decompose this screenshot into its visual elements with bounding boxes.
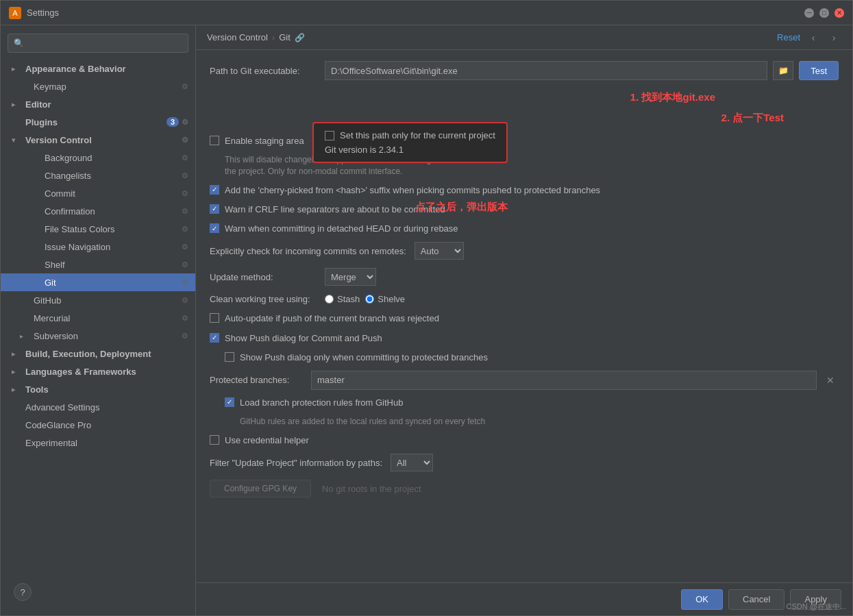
search-box[interactable]: 🔍 — [8, 34, 188, 53]
crlf-label: Warn if CRLF line separators are about t… — [225, 204, 445, 216]
settings-icon-background: ⚙ — [182, 153, 188, 162]
sidebar-item-codeglance[interactable]: CodeGlance Pro — [1, 416, 195, 434]
sidebar-label-github: GitHub — [34, 295, 182, 306]
sidebar-label-plugins: Plugins — [25, 117, 166, 127]
sidebar-item-background[interactable]: Background⚙ — [1, 149, 195, 167]
protected-input[interactable] — [311, 371, 817, 390]
enable-staging-checkbox[interactable] — [210, 136, 219, 145]
test-button[interactable]: Test — [799, 61, 839, 80]
incoming-select[interactable]: Auto Always Never — [415, 242, 464, 260]
version-popup: Set this path only for the current proje… — [312, 122, 508, 163]
stash-radio-label[interactable]: Stash — [325, 294, 360, 304]
sidebar-nav: ▸Appearance & BehaviorKeymap⚙▸EditorPlug… — [1, 60, 195, 452]
badge-plugins: 3 — [166, 117, 179, 127]
minimize-button[interactable]: ─ — [804, 8, 814, 18]
sidebar: 🔍 ▸Appearance & BehaviorKeymap⚙▸EditorPl… — [1, 25, 196, 615]
load-protection-checkbox[interactable] — [225, 397, 234, 407]
sidebar-item-confirmation[interactable]: Confirmation⚙ — [1, 202, 195, 220]
settings-icon-changelists: ⚙ — [182, 171, 188, 180]
search-input[interactable] — [28, 38, 182, 49]
filter-label: Filter "Update Project" information by p… — [210, 458, 382, 468]
filter-select[interactable]: All None — [391, 454, 433, 471]
breadcrumb-git[interactable]: Git — [279, 32, 290, 42]
show-push-row: Show Push dialog for Commit and Push — [210, 332, 839, 345]
footer: OK Cancel Apply — [196, 582, 852, 615]
nav-back-button[interactable]: ‹ — [806, 30, 821, 45]
sidebar-label-version-control: Version Control — [25, 135, 182, 145]
sidebar-item-version-control[interactable]: ▾Version Control⚙ — [1, 131, 195, 149]
app-icon: A — [9, 7, 21, 19]
sidebar-item-file-status-colors[interactable]: File Status Colors⚙ — [1, 220, 195, 238]
reset-link[interactable]: Reset — [777, 32, 800, 42]
show-push-checkbox[interactable] — [210, 333, 219, 343]
ok-button[interactable]: OK — [681, 589, 723, 610]
sidebar-label-subversion: Subversion — [34, 331, 182, 341]
update-method-row: Update method: Merge Rebase — [210, 268, 839, 286]
sidebar-label-file-status-colors: File Status Colors — [45, 224, 182, 234]
settings-icon-subversion: ⚙ — [182, 332, 188, 341]
expand-arrow-build: ▸ — [12, 350, 23, 358]
sidebar-item-plugins[interactable]: Plugins3⚙ — [1, 113, 195, 131]
sidebar-label-tools: Tools — [25, 384, 188, 395]
clear-protected-button[interactable]: ✕ — [822, 372, 839, 389]
sidebar-item-issue-navigation[interactable]: Issue Navigation⚙ — [1, 238, 195, 256]
nav-forward-button[interactable]: › — [826, 30, 841, 45]
sidebar-item-changelists[interactable]: Changelists⚙ — [1, 167, 195, 184]
sidebar-item-experimental[interactable]: Experimental — [1, 434, 195, 452]
sidebar-item-tools[interactable]: ▸Tools — [1, 380, 195, 398]
sidebar-item-git[interactable]: Git⚙ — [1, 273, 195, 291]
maximize-button[interactable]: □ — [819, 8, 829, 18]
show-push-protected-checkbox[interactable] — [225, 352, 234, 362]
search-icon: 🔍 — [14, 38, 24, 48]
breadcrumb-actions: Reset ‹ › — [777, 30, 841, 45]
show-push-label: Show Push dialog for Commit and Push — [225, 332, 382, 345]
auto-update-label: Auto-update if push of the current branc… — [225, 312, 439, 325]
settings-icon-shelf: ⚙ — [182, 260, 188, 269]
shelve-radio-label[interactable]: Shelve — [365, 294, 405, 304]
sidebar-label-experimental: Experimental — [25, 438, 188, 448]
sidebar-label-advanced: Advanced Settings — [25, 402, 188, 412]
sidebar-item-subversion[interactable]: ▸Subversion⚙ — [1, 327, 195, 345]
update-method-label: Update method: — [210, 272, 319, 282]
sidebar-item-github[interactable]: GitHub⚙ — [1, 291, 195, 309]
annotation-1: 1. 找到本地git.exe — [630, 91, 715, 104]
no-git-roots-text: No git roots in the project — [322, 484, 421, 494]
sidebar-label-commit: Commit — [45, 188, 182, 199]
settings-window: A Settings ─ □ ✕ 🔍 ▸Appearance & Behavio… — [0, 0, 853, 616]
close-button[interactable]: ✕ — [835, 8, 844, 18]
git-path-input[interactable] — [325, 61, 767, 80]
detached-row: Warn when committing in detached HEAD or… — [210, 223, 839, 235]
credential-row: Use credential helper — [210, 434, 839, 447]
sidebar-item-languages[interactable]: ▸Languages & Frameworks — [1, 362, 195, 380]
current-project-checkbox[interactable] — [325, 131, 334, 140]
sidebar-item-advanced[interactable]: Advanced Settings — [1, 398, 195, 416]
detached-checkbox[interactable] — [210, 223, 219, 233]
auto-update-checkbox[interactable] — [210, 313, 219, 323]
cancel-button[interactable]: Cancel — [728, 589, 784, 610]
sidebar-item-keymap[interactable]: Keymap⚙ — [1, 77, 195, 95]
sidebar-label-background: Background — [45, 153, 182, 163]
help-button[interactable]: ? — [14, 583, 32, 601]
credential-checkbox[interactable] — [210, 435, 219, 445]
browse-button[interactable]: 📁 — [773, 61, 793, 80]
sidebar-item-mercurial[interactable]: Mercurial⚙ — [1, 309, 195, 327]
enable-staging-label: Enable staging area — [225, 135, 304, 147]
sidebar-item-commit[interactable]: Commit⚙ — [1, 184, 195, 202]
crlf-checkbox[interactable] — [210, 204, 219, 214]
sidebar-item-build[interactable]: ▸Build, Execution, Deployment — [1, 345, 195, 362]
breadcrumb-version-control[interactable]: Version Control — [207, 32, 268, 42]
cherry-row: Add the 'cherry-picked from <hash>' suff… — [210, 184, 839, 197]
settings-icon-version-control: ⚙ — [182, 136, 188, 145]
sidebar-item-shelf[interactable]: Shelf⚙ — [1, 256, 195, 273]
configure-gpg-button[interactable]: Configure GPG Key — [210, 480, 311, 497]
expand-arrow-version-control: ▾ — [12, 136, 23, 144]
update-method-select[interactable]: Merge Rebase — [325, 268, 376, 286]
enable-staging-row: Enable staging area — [210, 135, 839, 147]
shelve-radio[interactable] — [365, 295, 374, 304]
cherry-checkbox[interactable] — [210, 185, 219, 195]
content-area: Path to Git executable: 📁 Test Set this … — [196, 50, 852, 582]
stash-radio[interactable] — [325, 295, 334, 304]
git-path-row: Path to Git executable: 📁 Test — [210, 61, 839, 80]
sidebar-item-editor[interactable]: ▸Editor — [1, 95, 195, 113]
sidebar-item-appearance[interactable]: ▸Appearance & Behavior — [1, 60, 195, 77]
